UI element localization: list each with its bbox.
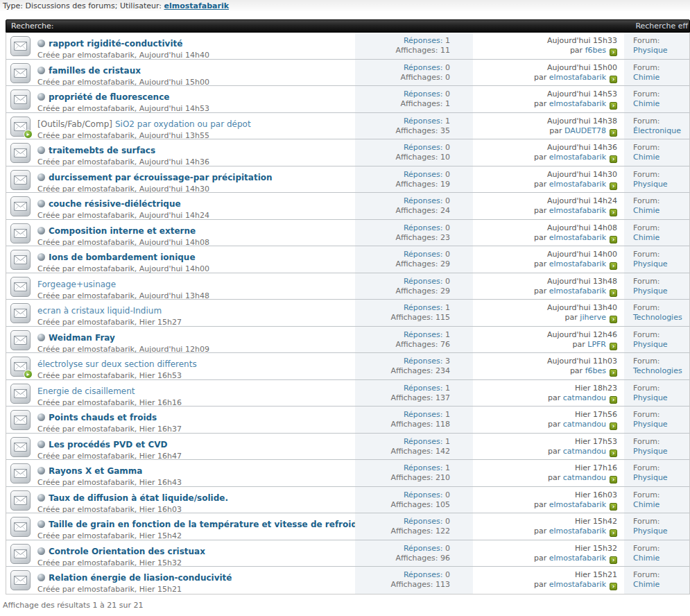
replies-link[interactable]: Réponses: xyxy=(404,63,443,72)
go-last-post-icon[interactable]: › xyxy=(610,49,617,56)
go-last-post-icon[interactable]: › xyxy=(610,236,617,243)
thread-title-link[interactable]: Energie de cisaillement xyxy=(37,386,135,396)
replies-link[interactable]: Réponses: xyxy=(404,357,443,366)
thread-title-link[interactable]: Taille de grain en fonction de la tempér… xyxy=(49,520,355,529)
go-last-post-icon[interactable]: › xyxy=(610,343,617,350)
go-last-post-icon[interactable]: › xyxy=(610,316,617,323)
go-last-post-icon[interactable]: › xyxy=(610,396,617,404)
go-last-post-icon[interactable]: › xyxy=(610,102,617,110)
go-last-post-icon[interactable]: › xyxy=(610,155,617,163)
go-last-post-icon[interactable]: › xyxy=(610,262,617,270)
thread-title-link[interactable]: Points chauds et froids xyxy=(49,413,157,422)
forum-link[interactable]: Physique xyxy=(633,527,668,536)
last-poster-link[interactable]: elmostafabarik xyxy=(549,180,606,189)
replies-link[interactable]: Réponses: xyxy=(404,490,443,499)
forum-link[interactable]: Chimie xyxy=(633,73,659,82)
forum-link[interactable]: Technologies xyxy=(633,313,682,322)
replies-link[interactable]: Réponses: xyxy=(404,303,443,312)
replies-link[interactable]: Réponses: xyxy=(404,89,443,99)
thread-title-link[interactable]: traitemebts de surfacs xyxy=(49,146,155,155)
forum-link[interactable]: Physique xyxy=(633,447,668,456)
replies-link[interactable]: Réponses: xyxy=(404,36,443,45)
thread-title-link[interactable]: SiO2 par oxydation ou par dépot xyxy=(115,119,251,129)
thread-title-link[interactable]: Relation énergie de liasion-conducivité xyxy=(49,573,232,583)
thread-title-link[interactable]: couche résisive-diéléctrique xyxy=(49,199,181,209)
go-last-post-icon[interactable]: › xyxy=(610,369,617,377)
forum-link[interactable]: Physique xyxy=(633,393,668,402)
forum-link[interactable]: Physique xyxy=(633,180,668,189)
thread-title-link[interactable]: propriété de fluorescence xyxy=(49,92,169,102)
forum-link[interactable]: Chimie xyxy=(633,500,659,509)
last-poster-link[interactable]: elmostafabarik xyxy=(549,153,606,162)
last-poster-link[interactable]: f6bes xyxy=(585,46,606,55)
last-poster-link[interactable]: catmandou xyxy=(563,473,606,482)
last-poster-link[interactable]: elmostafabarik xyxy=(549,99,606,108)
last-poster-link[interactable]: elmostafabarik xyxy=(549,233,606,242)
thread-title-link[interactable]: Taux de diffusion à état liquide/solide. xyxy=(49,493,228,503)
replies-link[interactable]: Réponses: xyxy=(404,277,443,286)
thread-title-link[interactable]: Weidman Fray xyxy=(49,333,115,343)
thread-title-link[interactable]: Controle Orientation des cristuax xyxy=(49,547,205,556)
forum-link[interactable]: Chimie xyxy=(633,233,659,242)
forum-link[interactable]: Électronique xyxy=(633,126,681,135)
last-poster-link[interactable]: elmostafabarik xyxy=(549,206,606,215)
last-poster-link[interactable]: elmostafabarik xyxy=(549,554,606,563)
thread-title-link[interactable]: familles de cristaux xyxy=(49,66,141,76)
thread-title-link[interactable]: électrolyse sur deux section differents xyxy=(37,359,197,369)
thread-title-link[interactable]: Forgeage+usinage xyxy=(37,280,116,289)
last-poster-link[interactable]: elmostafabarik xyxy=(549,580,606,589)
forum-link[interactable]: Chimie xyxy=(633,153,659,162)
replies-link[interactable]: Réponses: xyxy=(404,463,443,472)
thread-title-link[interactable]: Les procédés PVD et CVD xyxy=(49,440,168,450)
forum-link[interactable]: Physique xyxy=(633,46,668,55)
replies-link[interactable]: Réponses: xyxy=(404,384,443,393)
go-last-post-icon[interactable]: › xyxy=(610,129,617,137)
thread-title-link[interactable]: Composition interne et externe xyxy=(49,226,196,236)
go-last-post-icon[interactable]: › xyxy=(610,556,617,564)
go-last-post-icon[interactable]: › xyxy=(610,503,617,511)
thread-title-link[interactable]: durcissement par écrouissage-par précipi… xyxy=(49,173,273,182)
go-last-post-icon[interactable]: › xyxy=(610,450,617,457)
forum-link[interactable]: Technologies xyxy=(633,366,682,375)
thread-title-link[interactable]: Ions de bombardement ionique xyxy=(49,253,196,262)
replies-link[interactable]: Réponses: xyxy=(404,437,443,446)
replies-link[interactable]: Réponses: xyxy=(404,330,443,339)
thread-title-link[interactable]: Rayons X et Gamma xyxy=(49,466,142,476)
go-last-post-icon[interactable]: › xyxy=(610,422,617,430)
replies-link[interactable]: Réponses: xyxy=(404,250,443,259)
last-poster-link[interactable]: catmandou xyxy=(563,393,606,402)
forum-link[interactable]: Physique xyxy=(633,340,668,349)
forum-link[interactable]: Physique xyxy=(633,286,668,296)
last-poster-link[interactable]: f6bes xyxy=(585,366,606,375)
last-poster-link[interactable]: elmostafabarik xyxy=(549,259,606,268)
forum-link[interactable]: Physique xyxy=(633,473,668,482)
replies-link[interactable]: Réponses: xyxy=(404,517,443,526)
last-poster-link[interactable]: elmostafabarik xyxy=(549,527,606,536)
last-poster-link[interactable]: jiherve xyxy=(580,313,606,322)
go-last-post-icon[interactable]: › xyxy=(610,476,617,484)
go-last-post-icon[interactable]: › xyxy=(610,209,617,216)
replies-link[interactable]: Réponses: xyxy=(404,410,443,419)
last-poster-link[interactable]: catmandou xyxy=(563,420,606,429)
forum-link[interactable]: Physique xyxy=(633,259,668,268)
replies-link[interactable]: Réponses: xyxy=(404,544,443,553)
forum-link[interactable]: Chimie xyxy=(633,580,659,589)
forum-link[interactable]: Physique xyxy=(633,420,668,429)
replies-link[interactable]: Réponses: xyxy=(404,196,443,205)
replies-link[interactable]: Réponses: xyxy=(404,570,443,579)
replies-link[interactable]: Réponses: xyxy=(404,117,443,126)
thread-title-link[interactable]: ecran à cristaux liquid-Indium xyxy=(37,306,162,316)
user-link-elmostafabarik[interactable]: elmostafabarik xyxy=(164,1,230,10)
replies-link[interactable]: Réponses: xyxy=(404,170,443,179)
go-last-post-icon[interactable]: › xyxy=(610,583,617,590)
last-poster-link[interactable]: LPFR xyxy=(587,340,606,349)
replies-link[interactable]: Réponses: xyxy=(404,223,443,232)
last-poster-link[interactable]: catmandou xyxy=(563,447,606,456)
forum-link[interactable]: Chimie xyxy=(633,99,659,108)
go-last-post-icon[interactable]: › xyxy=(610,76,617,83)
go-last-post-icon[interactable]: › xyxy=(610,182,617,190)
last-poster-link[interactable]: elmostafabarik xyxy=(549,500,606,509)
replies-link[interactable]: Réponses: xyxy=(404,143,443,152)
thread-title-link[interactable]: rapport rigidité-conductivité xyxy=(49,39,182,49)
last-poster-link[interactable]: elmostafabarik xyxy=(549,286,606,296)
